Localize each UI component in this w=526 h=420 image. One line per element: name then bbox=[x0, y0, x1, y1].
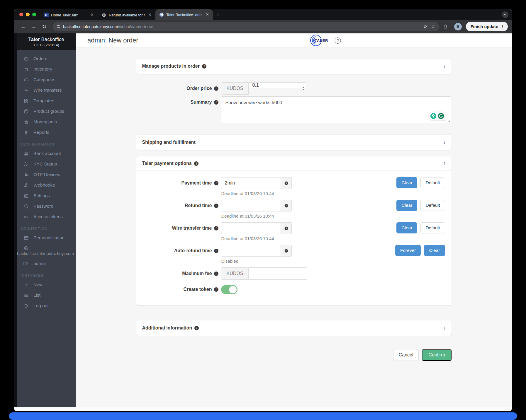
browser-tab-home-talerbarr[interactable]: D Home TalerBarr ✕ bbox=[40, 10, 98, 20]
clock-addon[interactable] bbox=[281, 200, 292, 211]
create-token-toggle[interactable] bbox=[221, 285, 237, 294]
auto-refund-time-clear-button[interactable]: Clear bbox=[424, 245, 445, 256]
sidebar-item-inventory[interactable]: Inventory bbox=[17, 64, 76, 74]
sidebar-item-server[interactable] bbox=[17, 243, 76, 251]
horizontal-scrollbar-track[interactable] bbox=[14, 407, 512, 411]
browser-tab-refund-available-for-refund-of[interactable]: Refund available for refund of ✕ bbox=[98, 10, 155, 20]
maximize-window-button[interactable] bbox=[32, 13, 36, 16]
info-icon[interactable] bbox=[214, 287, 218, 292]
tab-close-icon[interactable]: ✕ bbox=[205, 12, 210, 17]
minimize-window-button[interactable] bbox=[26, 13, 30, 16]
sidebar-item-bank-account[interactable]: Bank account bbox=[17, 148, 76, 159]
sidebar-item-kyc-status[interactable]: KYC Status bbox=[17, 159, 76, 169]
browser-tab-taler-backoffice-admin-new[interactable]: Taler Backoffice: admin: New ✕ bbox=[155, 9, 213, 20]
refund-time-default-button[interactable]: Default bbox=[420, 200, 445, 211]
site-favicon: D bbox=[44, 13, 49, 17]
chevron-up-icon[interactable]: ↑ bbox=[443, 161, 446, 166]
sidebar-item-label: Categories bbox=[33, 77, 55, 82]
clock-icon bbox=[284, 204, 289, 208]
auto-refund-time-input[interactable] bbox=[221, 245, 281, 257]
window-controls[interactable] bbox=[14, 9, 40, 20]
help-icon[interactable]: ? bbox=[335, 37, 341, 44]
number-spinner[interactable]: ▲▼ bbox=[302, 87, 304, 90]
pointer-lock-blocked-icon[interactable] bbox=[423, 24, 428, 29]
finish-update-button[interactable]: Finish update ⋮ bbox=[466, 22, 508, 31]
forward-button[interactable]: → bbox=[29, 22, 38, 31]
sidebar-item-wire-transfers[interactable]: Wire transfers bbox=[17, 85, 76, 95]
address-bar[interactable]: backoffice.taler.potuzhnyi.com/webui/#/o… bbox=[53, 22, 439, 31]
info-icon[interactable] bbox=[202, 64, 206, 69]
sidebar-item-access-tokens[interactable]: Access tokens bbox=[17, 211, 76, 222]
wire-transfer-time-default-button[interactable]: Default bbox=[420, 222, 445, 233]
additional-info-header[interactable]: Additional information ↓ bbox=[136, 320, 452, 336]
tab-close-icon[interactable]: ✕ bbox=[89, 12, 95, 18]
sidebar-item-templates[interactable]: Templates bbox=[17, 95, 76, 106]
tab-search-button[interactable] bbox=[502, 11, 508, 18]
back-button[interactable]: ← bbox=[19, 22, 28, 31]
sidebar-item-money-pots[interactable]: Money pots bbox=[17, 117, 76, 127]
sidebar-item-password[interactable]: Password bbox=[17, 201, 76, 211]
payment-time-clear-button[interactable]: Clear bbox=[396, 177, 417, 188]
info-icon[interactable] bbox=[214, 272, 218, 276]
info-icon[interactable] bbox=[214, 226, 218, 231]
sidebar-item-product-groups[interactable]: Product groups bbox=[17, 106, 76, 117]
clock-addon[interactable] bbox=[281, 245, 292, 257]
textarea-resize-handle[interactable] bbox=[447, 118, 450, 124]
payment-time-input[interactable] bbox=[221, 177, 281, 189]
info-icon[interactable] bbox=[214, 100, 218, 105]
manage-products-header[interactable]: Manage products in order ↓ bbox=[136, 59, 452, 74]
grammarly-widget[interactable] bbox=[428, 112, 446, 120]
tab-close-icon[interactable]: ✕ bbox=[147, 12, 152, 18]
clock-addon[interactable] bbox=[281, 177, 292, 189]
reload-button[interactable]: ↻ bbox=[40, 22, 49, 31]
chevron-down-icon[interactable]: ↓ bbox=[443, 63, 446, 69]
new-tab-button[interactable]: + bbox=[213, 10, 223, 20]
sidebar-item-admin[interactable]: IDadmin bbox=[17, 258, 76, 269]
profile-avatar[interactable]: B bbox=[454, 23, 462, 30]
sidebar-item-label: Log out bbox=[33, 303, 49, 308]
chevron-down-icon[interactable]: ↓ bbox=[443, 139, 446, 145]
payment-time-default-button[interactable]: Default bbox=[420, 177, 445, 188]
extensions-icon[interactable] bbox=[443, 24, 448, 29]
site-settings-icon[interactable] bbox=[56, 24, 61, 29]
shipping-header[interactable]: Shipping and fulfillment ↓ bbox=[136, 135, 452, 150]
info-icon[interactable] bbox=[194, 326, 199, 330]
wire-transfer-time-clear-button[interactable]: Clear bbox=[396, 222, 417, 233]
sidebar-item-list[interactable]: List bbox=[17, 290, 76, 301]
refund-time-input[interactable] bbox=[221, 200, 281, 211]
grammarly-icon[interactable] bbox=[438, 113, 444, 119]
browser-menu-icon[interactable]: ⋮ bbox=[500, 24, 505, 29]
auto-refund-time-forever-button[interactable]: Forever bbox=[395, 245, 421, 256]
sidebar-item-webhooks[interactable]: Webhooks bbox=[17, 180, 76, 190]
summary-textarea[interactable] bbox=[221, 96, 451, 123]
sidebar-item-log-out[interactable]: Log out bbox=[17, 301, 76, 311]
maximum-fee-input[interactable] bbox=[249, 267, 307, 280]
order-price-input[interactable] bbox=[249, 82, 306, 88]
bookmark-star-icon[interactable]: ☆ bbox=[431, 23, 435, 30]
close-window-button[interactable] bbox=[19, 13, 23, 16]
refund-time-clear-button[interactable]: Clear bbox=[396, 200, 417, 211]
clock-addon[interactable] bbox=[281, 222, 292, 234]
sidebar-item-categories[interactable]: Categories bbox=[17, 74, 76, 85]
wire-transfer-time-input[interactable] bbox=[221, 222, 281, 234]
info-icon[interactable] bbox=[214, 181, 218, 185]
sidebar-item-personalization[interactable]: Personalization bbox=[17, 233, 76, 243]
sidebar-item-orders[interactable]: Orders bbox=[17, 53, 76, 64]
payment-options-header[interactable]: Taler payment options ↑ bbox=[136, 156, 452, 170]
chevron-down-icon[interactable]: ↓ bbox=[443, 325, 446, 331]
globe-icon bbox=[24, 246, 29, 251]
sidebar-item-settings[interactable]: Settings bbox=[17, 190, 76, 201]
sidebar-item-reports[interactable]: Reports bbox=[17, 127, 76, 138]
confirm-button[interactable]: Confirm bbox=[422, 349, 451, 361]
info-icon[interactable] bbox=[194, 161, 198, 166]
info-icon[interactable] bbox=[214, 249, 218, 253]
payment-time-buttons: ClearDefault bbox=[396, 177, 445, 188]
info-icon[interactable] bbox=[214, 86, 218, 91]
sidebar-item-otp-devices[interactable]: OTP Devices bbox=[17, 169, 76, 180]
cancel-button[interactable]: Cancel bbox=[393, 349, 419, 361]
suggestion-bulb-icon[interactable] bbox=[430, 113, 437, 119]
url-text[interactable]: backoffice.taler.potuzhnyi.com/webui/#/o… bbox=[63, 24, 153, 29]
info-icon[interactable] bbox=[214, 204, 218, 208]
app-version: 1.3.12 (26:0:14) bbox=[19, 43, 73, 47]
sidebar-item-new[interactable]: New bbox=[17, 279, 76, 290]
